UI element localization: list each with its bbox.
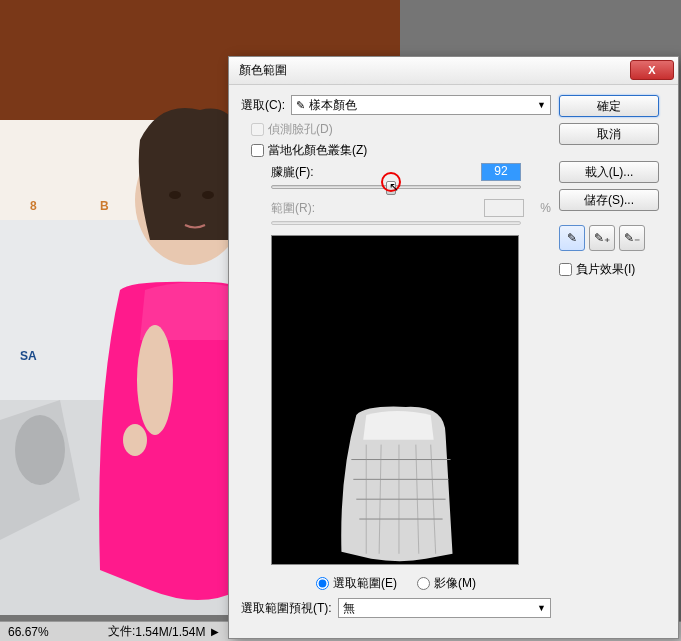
svg-text:B: B: [100, 199, 109, 213]
preview-box[interactable]: [271, 235, 519, 565]
select-value: 樣本顏色: [309, 97, 357, 114]
selection-radio-label: 選取範圍(E): [333, 575, 397, 592]
range-slider: [271, 221, 521, 225]
svg-text:SA: SA: [20, 349, 37, 363]
select-dropdown[interactable]: ✎ 樣本顏色 ▼: [291, 95, 551, 115]
select-label: 選取(C):: [241, 97, 285, 114]
close-icon: X: [648, 64, 655, 76]
selection-radio-item[interactable]: 選取範圍(E): [316, 575, 397, 592]
range-label: 範圍(R):: [271, 200, 331, 217]
ok-button[interactable]: 確定: [559, 95, 659, 117]
dialog-titlebar[interactable]: 顏色範圍 X: [229, 57, 678, 85]
file-size: 1.54M/1.54M: [135, 625, 205, 639]
detect-faces-checkbox: [251, 123, 264, 136]
fuzziness-slider-thumb[interactable]: [386, 181, 396, 195]
color-range-dialog: 顏色範圍 X 選取(C): ✎ 樣本顏色 ▼ 偵測臉孔(D) 當地化顏色叢集: [228, 56, 679, 639]
localized-clusters-checkbox[interactable]: [251, 144, 264, 157]
fuzziness-slider[interactable]: ↖: [271, 185, 521, 189]
image-radio-label: 影像(M): [434, 575, 476, 592]
svg-point-12: [15, 415, 65, 485]
save-button[interactable]: 儲存(S)...: [559, 189, 659, 211]
fuzziness-input[interactable]: 92: [481, 163, 521, 181]
image-radio-item[interactable]: 影像(M): [417, 575, 476, 592]
preview-label: 選取範圍預視(T):: [241, 600, 332, 617]
invert-checkbox[interactable]: [559, 263, 572, 276]
detect-faces-label: 偵測臉孔(D): [268, 121, 333, 138]
load-button[interactable]: 載入(L)...: [559, 161, 659, 183]
file-info-label: 文件:: [108, 623, 135, 640]
eyedropper-sample-button[interactable]: ✎: [559, 225, 585, 251]
svg-point-9: [202, 191, 214, 199]
range-percent: %: [540, 201, 551, 215]
eyedropper-icon: ✎: [296, 99, 305, 112]
image-radio[interactable]: [417, 577, 430, 590]
eyedropper-minus-icon: ✎₋: [624, 231, 640, 245]
invert-label: 負片效果(I): [576, 261, 635, 278]
range-input: [484, 199, 524, 217]
preview-value: 無: [343, 600, 355, 617]
localized-clusters-label: 當地化顏色叢集(Z): [268, 142, 367, 159]
file-info-arrow-icon[interactable]: ▶: [211, 626, 219, 637]
dialog-title: 顏色範圍: [239, 62, 287, 79]
svg-text:8: 8: [30, 199, 37, 213]
eyedropper-add-button[interactable]: ✎₊: [589, 225, 615, 251]
close-button[interactable]: X: [630, 60, 674, 80]
svg-point-10: [137, 325, 173, 435]
cancel-button[interactable]: 取消: [559, 123, 659, 145]
preview-dropdown[interactable]: 無 ▼: [338, 598, 551, 618]
eyedropper-plus-icon: ✎₊: [594, 231, 610, 245]
selection-radio[interactable]: [316, 577, 329, 590]
eyedropper-icon: ✎: [567, 231, 577, 245]
fuzziness-label: 朦朧(F):: [271, 164, 331, 181]
svg-point-8: [169, 191, 181, 199]
chevron-down-icon: ▼: [537, 100, 546, 110]
chevron-down-icon: ▼: [537, 603, 546, 613]
svg-point-11: [123, 424, 147, 456]
zoom-level[interactable]: 66.67%: [8, 625, 88, 639]
eyedropper-subtract-button[interactable]: ✎₋: [619, 225, 645, 251]
